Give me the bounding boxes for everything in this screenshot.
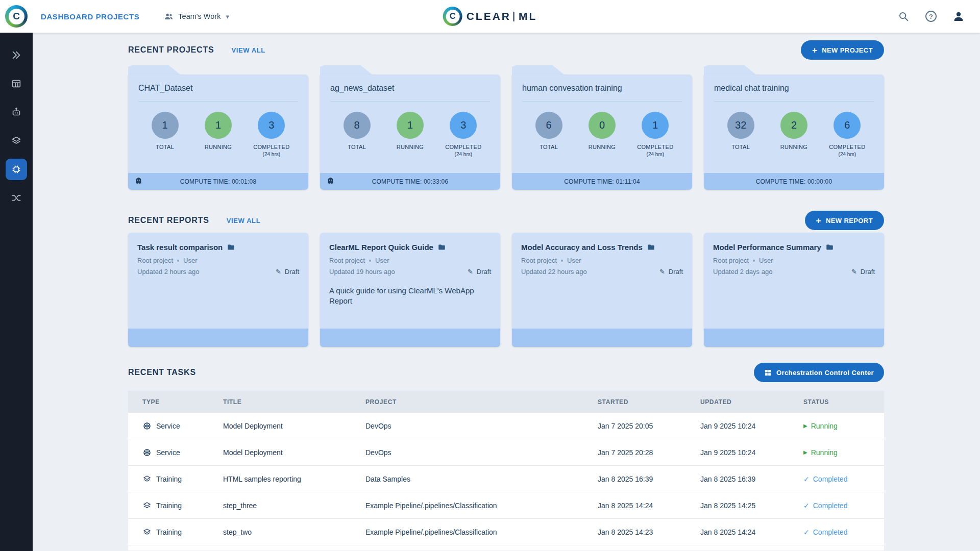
- task-status: Running: [811, 448, 838, 457]
- table-row[interactable]: Service Model Deployment DevOps Jan 7 20…: [128, 413, 884, 439]
- compute-time-bar: COMPUTE TIME: 01:11:04: [512, 173, 692, 190]
- service-icon: [142, 448, 152, 457]
- task-title: step_two: [223, 528, 365, 536]
- training-icon: [142, 474, 152, 484]
- project-card[interactable]: CHAT_Dataset 1 TOTAL 1 RUNNING 3 COMPLET…: [128, 65, 308, 190]
- sidebar-item-pipelines[interactable]: [0, 98, 33, 127]
- running-count: 1: [205, 112, 232, 139]
- table-row[interactable]: Training step_two Example Pipeline/.pipe…: [128, 519, 884, 545]
- help-icon[interactable]: ?: [925, 10, 937, 22]
- column-header-title: TITLE: [223, 398, 365, 406]
- reports-section-title: RECENT REPORTS: [128, 216, 209, 225]
- report-status: Draft: [477, 268, 491, 276]
- clearml-logo-icon[interactable]: C: [5, 5, 28, 28]
- brand-text-ml: ML: [519, 10, 537, 22]
- folder-icon: [438, 244, 446, 251]
- table-row[interactable]: Service Model Deployment DevOps Jan 7 20…: [128, 439, 884, 466]
- task-project: DevOps: [365, 422, 598, 430]
- report-card[interactable]: Model Accuracy and Loss Trends Root proj…: [512, 233, 692, 347]
- project-card[interactable]: human convesation training 6 TOTAL 0 RUN…: [512, 65, 692, 190]
- users-icon: [164, 12, 174, 21]
- report-card[interactable]: Task result comparison Root project User…: [128, 233, 308, 347]
- compute-time-bar: COMPUTE TIME: 00:33:06: [320, 173, 500, 190]
- completed-label: COMPLETED: [437, 144, 490, 150]
- column-header-project: PROJECT: [365, 398, 598, 406]
- task-project: Example Pipeline/.pipelines/Classificati…: [365, 528, 598, 536]
- project-card[interactable]: medical chat training 32 TOTAL 2 RUNNING…: [704, 65, 884, 190]
- ghost-icon: [326, 177, 335, 185]
- total-label: TOTAL: [522, 144, 575, 150]
- chevron-down-icon: ▾: [226, 13, 229, 20]
- project-name: ag_news_dataset: [330, 84, 490, 93]
- running-label: RUNNING: [191, 144, 244, 150]
- status-badge: ✎ Draft: [659, 268, 683, 276]
- sidebar-item-orchestration[interactable]: [0, 184, 33, 212]
- completed-label: COMPLETED: [821, 144, 874, 150]
- report-card[interactable]: Model Performance Summary Root project U…: [704, 233, 884, 347]
- report-description: A quick guide for using ClearML's WebApp…: [329, 286, 491, 307]
- task-title: HTML samples reporting: [223, 475, 365, 483]
- search-icon[interactable]: [897, 10, 910, 22]
- new-report-button-label: NEW REPORT: [826, 217, 873, 224]
- orchestration-control-center-button[interactable]: Orchestration Control Center: [754, 363, 884, 382]
- folder-tab: [512, 65, 564, 74]
- report-card[interactable]: ClearML Report Quick Guide Root project …: [320, 233, 500, 347]
- status-badge: ✓ Completed: [803, 502, 884, 510]
- folder-tab: [704, 65, 756, 74]
- workflow-icon: [11, 192, 22, 204]
- task-updated: Jan 9 2025 10:24: [700, 448, 803, 457]
- report-card-footer: [320, 329, 500, 347]
- help-question-glyph: ?: [925, 11, 937, 22]
- sidebar-item-hyper-datasets[interactable]: [0, 127, 33, 155]
- clearml-logo-letter: C: [9, 9, 24, 24]
- play-icon: ▶: [803, 449, 807, 455]
- reports-view-all-link[interactable]: VIEW ALL: [227, 217, 260, 224]
- workspace-dropdown[interactable]: Team's Work ▾: [164, 12, 229, 21]
- top-header: C DASHBOARD PROJECTS Team's Work ▾ C CLE…: [0, 0, 980, 33]
- completed-sublabel: (24 hrs): [629, 152, 682, 157]
- status-badge: ✎ Draft: [276, 268, 299, 276]
- pipelines-robot-icon: [11, 107, 22, 118]
- sidebar-item-projects[interactable]: [0, 41, 33, 69]
- task-project: Example Pipeline/.pipelines/Classificati…: [365, 502, 598, 510]
- status-badge: ✓ Completed: [803, 475, 884, 483]
- check-icon: ✓: [803, 475, 810, 483]
- new-report-button[interactable]: + NEW REPORT: [805, 211, 884, 230]
- compute-time: COMPUTE TIME: 00:01:08: [180, 178, 257, 185]
- pencil-icon: ✎: [468, 268, 473, 276]
- running-label: RUNNING: [767, 144, 820, 150]
- report-status: Draft: [861, 268, 875, 276]
- table-row[interactable]: Training step_three Example Pipeline/.pi…: [128, 492, 884, 519]
- tasks-section-title: RECENT TASKS: [128, 368, 196, 377]
- compute-time: COMPUTE TIME: 00:00:00: [756, 178, 832, 185]
- projects-view-all-link[interactable]: VIEW ALL: [231, 46, 265, 54]
- sidebar-item-applications[interactable]: [0, 155, 33, 184]
- task-type: Training: [156, 502, 182, 510]
- task-status: Running: [811, 422, 838, 430]
- user-avatar[interactable]: [952, 10, 965, 22]
- task-title: Model Deployment: [223, 422, 365, 430]
- total-count: 6: [535, 112, 562, 139]
- report-title: Task result comparison: [137, 243, 223, 252]
- ghost-icon: [134, 177, 143, 185]
- table-row[interactable]: Training HTML samples reporting Data Sam…: [128, 466, 884, 492]
- report-updated: Updated 2 days ago: [713, 268, 772, 276]
- report-card-footer: [128, 329, 308, 347]
- divider: [522, 101, 682, 102]
- report-updated: Updated 22 hours ago: [521, 268, 587, 276]
- folder-icon: [826, 244, 834, 251]
- training-icon: [142, 528, 152, 537]
- layers-icon: [11, 135, 22, 146]
- task-started: Jan 7 2025 20:05: [598, 422, 700, 430]
- completed-count: 1: [642, 112, 669, 139]
- compute-time-bar: COMPUTE TIME: 00:00:00: [704, 173, 884, 190]
- main-content: RECENT PROJECTS VIEW ALL + NEW PROJECT C…: [33, 33, 980, 551]
- service-icon: [142, 421, 152, 431]
- project-card[interactable]: ag_news_dataset 8 TOTAL 1 RUNNING 3 COMP…: [320, 65, 500, 190]
- reports-section-header: RECENT REPORTS VIEW ALL + NEW REPORT: [128, 210, 884, 231]
- task-updated: Jan 8 2025 16:39: [700, 475, 803, 483]
- sidebar-item-datasets[interactable]: [0, 69, 33, 98]
- new-project-button[interactable]: + NEW PROJECT: [801, 40, 884, 60]
- brand-logo-icon: C: [443, 7, 462, 26]
- plus-icon: +: [816, 216, 821, 225]
